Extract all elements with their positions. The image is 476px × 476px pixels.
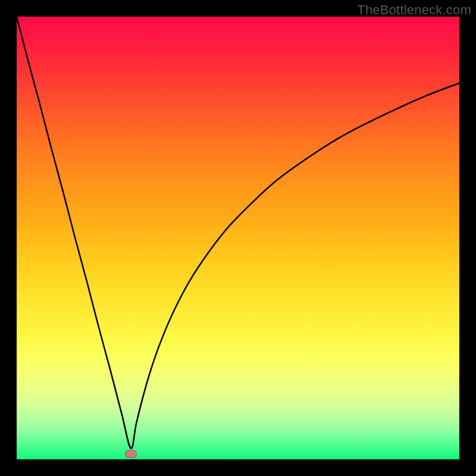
watermark-text: TheBottleneck.com bbox=[357, 2, 471, 18]
minimum-marker bbox=[125, 450, 137, 458]
curve-path bbox=[17, 17, 459, 449]
chart-frame: TheBottleneck.com bbox=[0, 0, 476, 476]
bottleneck-curve bbox=[17, 17, 459, 459]
plot-area bbox=[17, 17, 459, 459]
